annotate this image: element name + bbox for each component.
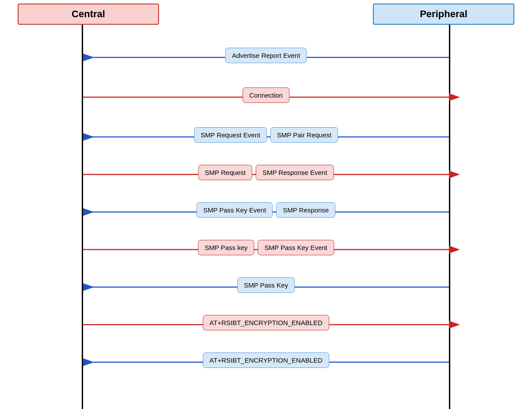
row9-box: AT+RSIBT_ENCRYPTION_ENABLED (203, 352, 329, 368)
box-smp-pair-request: SMP Pair Request (270, 127, 338, 143)
central-label: Central (72, 8, 105, 20)
row8-box: AT+RSIBT_ENCRYPTION_ENABLED (203, 315, 329, 330)
vline-left (82, 25, 83, 409)
peripheral-label: Peripheral (420, 8, 467, 20)
box-smp-pass-key-event: SMP Pass Key Event (197, 202, 273, 218)
row1-box: Advertise Report Event (225, 48, 307, 63)
box-encryption-enabled-left: AT+RSIBT_ENCRYPTION_ENABLED (203, 352, 329, 368)
row7-box: SMP Pass Key (237, 277, 295, 293)
row5-boxes: SMP Pass Key Event SMP Response (197, 202, 335, 218)
header-central: Central (18, 4, 159, 25)
box-smp-request: SMP Request (198, 165, 252, 180)
row4-boxes: SMP Request SMP Response Event (198, 165, 334, 180)
header-peripheral: Peripheral (373, 4, 514, 25)
row2-box: Connection (243, 87, 289, 103)
box-advertise-report-event: Advertise Report Event (225, 48, 307, 63)
vline-right (449, 25, 450, 409)
box-smp-pass-key-single: SMP Pass Key (237, 277, 295, 293)
row3-boxes: SMP Request Event SMP Pair Request (194, 127, 338, 143)
box-encryption-enabled-right: AT+RSIBT_ENCRYPTION_ENABLED (203, 315, 329, 330)
box-smp-response-event: SMP Response Event (256, 165, 334, 180)
box-smp-pass-key-event2: SMP Pass Key Event (258, 240, 334, 255)
diagram-container: Central Peripheral (0, 0, 532, 409)
box-smp-response: SMP Response (276, 202, 335, 218)
box-connection: Connection (243, 87, 289, 103)
row6-boxes: SMP Pass key SMP Pass Key Event (198, 240, 334, 255)
box-smp-pass-key: SMP Pass key (198, 240, 254, 255)
box-smp-request-event: SMP Request Event (194, 127, 267, 143)
